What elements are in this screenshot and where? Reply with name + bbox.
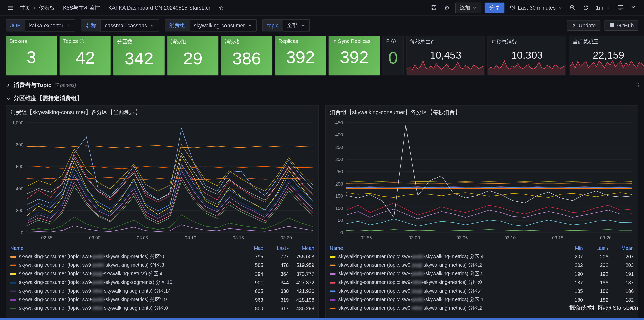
variable-value-dropdown[interactable]: 全部 bbox=[282, 19, 310, 32]
breadcrumb-separator: › bbox=[34, 5, 35, 11]
variable-chip-2: 名称cassmall-cassops bbox=[81, 19, 159, 32]
legend-row[interactable]: skywalking-consumer (topic: sw9-pxdci-sk… bbox=[10, 252, 314, 261]
breadcrumb: 首页 › 仪表板 › K8S与主机监控 › KAFKA Dashboard CN… bbox=[20, 3, 226, 13]
legend-row[interactable]: skywalking-consumer (topic: sw9-ixbsi-sk… bbox=[10, 304, 314, 312]
legend-column-last[interactable]: Last▾ bbox=[263, 245, 289, 251]
series-color-swatch bbox=[330, 282, 336, 283]
row-header-consumers-topic[interactable]: 消费者与Topic (7 panels) bbox=[0, 80, 644, 90]
legend-row[interactable]: skywalking-consumer (topic: sw9-jxygi-sk… bbox=[330, 287, 634, 295]
row-header-partition-dimension[interactable]: 分区维度【需指定消费组】 bbox=[0, 94, 644, 103]
legend-value: 186 bbox=[583, 288, 608, 294]
favorite-star-button[interactable]: ☆ bbox=[216, 3, 226, 13]
info-icon[interactable]: ⓘ bbox=[391, 39, 396, 44]
svg-text:03:20: 03:20 bbox=[281, 235, 292, 240]
legend-value: 805 bbox=[238, 288, 263, 294]
stat-value: 342 bbox=[114, 46, 164, 71]
legend-value: 188 bbox=[583, 280, 608, 285]
chevron-down-icon bbox=[150, 23, 154, 27]
svg-text:03:15: 03:15 bbox=[233, 235, 244, 240]
panel-title[interactable]: 消费组【skywalking-consumer】各分区【当前积压】 bbox=[6, 105, 318, 117]
legend-column-mean[interactable]: Mean bbox=[289, 245, 314, 251]
svg-text:02:55: 02:55 bbox=[41, 235, 52, 240]
legend-value: 373.777 bbox=[289, 271, 314, 277]
bottom-scroll-indicator[interactable] bbox=[0, 318, 644, 320]
timeseries-chart-backlog[interactable]: 02004006008001,00002:5503:0003:0503:1003… bbox=[8, 118, 317, 242]
breadcrumb-folder[interactable]: K8S与主机监控 bbox=[63, 4, 100, 11]
variable-value-dropdown[interactable]: kafka-exporter bbox=[25, 19, 75, 32]
variable-value-dropdown[interactable]: cassmall-cassops bbox=[100, 19, 159, 32]
variable-value-dropdown[interactable]: skywalking-consumer bbox=[189, 19, 257, 32]
stat-title: Pⓘ bbox=[383, 36, 403, 45]
refresh-interval-dropdown[interactable]: 1m bbox=[594, 2, 612, 13]
breadcrumb-dashboards[interactable]: 仪表板 bbox=[39, 4, 55, 11]
refresh-button[interactable] bbox=[581, 3, 591, 13]
stat-title: Topicsⓘ bbox=[60, 36, 110, 45]
stat-title: Replicas bbox=[275, 36, 326, 44]
legend-value: 207 bbox=[557, 254, 583, 259]
top-nav: 首页 › 仪表板 › K8S与主机监控 › KAFKA Dashboard CN… bbox=[0, 0, 644, 16]
panel-consume-rate-by-partition: 消费组【skywalking-consumer】各分区【每秒消费】 050100… bbox=[325, 105, 638, 320]
legend-row[interactable]: skywalking-consumer (topic: sw9-pxdci-sk… bbox=[10, 261, 314, 269]
stat-title: 每秒总消费 bbox=[488, 36, 566, 46]
add-button[interactable]: 添加 bbox=[455, 2, 481, 13]
legend-column-last[interactable]: Last▾ bbox=[583, 245, 608, 251]
legend-row[interactable]: skywalking-consumer (topic: sw9-pxdci-sk… bbox=[330, 269, 634, 278]
timeseries-chart-consume-rate[interactable]: 05010015020025030035040045002:5503:0003:… bbox=[327, 118, 636, 242]
legend-row[interactable]: skywalking-consumer (topic: sw9-pxdci-sk… bbox=[10, 278, 314, 287]
info-icon[interactable]: ⓘ bbox=[80, 39, 84, 44]
legend-row[interactable]: skywalking-consumer (topic: sw9-ixbsi-sk… bbox=[330, 278, 634, 287]
variable-current-value: cassmall-cassops bbox=[105, 22, 147, 28]
legend-row[interactable]: skywalking-consumer (topic: sw9-jxygi-sk… bbox=[330, 261, 634, 269]
breadcrumb-home[interactable]: 首页 bbox=[20, 4, 30, 11]
sparkline bbox=[570, 59, 644, 75]
legend-table: NameMaxLast▾Meanskywalking-consumer (top… bbox=[10, 244, 314, 313]
legend-row[interactable]: skywalking-consumer (topic: sw9-pxdci-sk… bbox=[330, 252, 634, 261]
variable-label: 消费组 bbox=[165, 19, 189, 32]
legend-column-mean[interactable]: Mean bbox=[608, 245, 634, 251]
legend-row[interactable]: skywalking-consumer (topic: sw9-pxdci-sk… bbox=[10, 295, 314, 304]
panel-title[interactable]: 消费组【skywalking-consumer】各分区【每秒消费】 bbox=[326, 105, 638, 117]
stat-title: 每秒总生产 bbox=[407, 36, 485, 46]
bolt-icon bbox=[571, 22, 576, 29]
legend-column-min[interactable]: Min bbox=[557, 245, 583, 251]
legend-column-name[interactable]: Name bbox=[10, 245, 238, 251]
variable-chip-4: topic全部 bbox=[262, 19, 310, 32]
legend-value: 317 bbox=[263, 305, 289, 311]
series-label: skywalking-consumer (topic: sw9-jxygi-sk… bbox=[338, 288, 482, 295]
variable-label: topic bbox=[262, 19, 282, 32]
legend-row[interactable]: skywalking-consumer (topic: sw9-pxdci-sk… bbox=[330, 295, 634, 304]
row-title: 消费者与Topic bbox=[14, 82, 52, 89]
share-button[interactable]: 分享 bbox=[485, 2, 504, 13]
series-label: skywalking-consumer (topic: sw9-ixbsi-sk… bbox=[19, 305, 168, 312]
chevron-down-icon bbox=[6, 96, 11, 101]
legend-value: 756.008 bbox=[289, 254, 314, 259]
drag-handle-icon[interactable] bbox=[636, 82, 640, 89]
zoom-out-button[interactable] bbox=[567, 3, 577, 13]
chevron-down-icon bbox=[248, 23, 252, 27]
svg-text:1,000: 1,000 bbox=[12, 120, 23, 125]
legend-column-max[interactable]: Max bbox=[238, 245, 263, 251]
time-range-picker[interactable]: Last 30 minutes bbox=[508, 2, 564, 13]
legend-row[interactable]: skywalking-consumer (topic: sw9-ixbsi-sk… bbox=[330, 304, 634, 312]
tv-mode-button[interactable] bbox=[615, 3, 625, 13]
menu-toggle-button[interactable] bbox=[6, 3, 16, 13]
series-name: skywalking-consumer (topic: sw9-jxygi-sk… bbox=[330, 262, 557, 269]
legend-column-name[interactable]: Name bbox=[330, 245, 557, 251]
dashboard-links: Update GitHub bbox=[567, 20, 638, 31]
legend-value: 344 bbox=[263, 280, 289, 285]
series-color-swatch bbox=[330, 299, 336, 301]
stat-value: 392 bbox=[329, 45, 380, 70]
github-icon bbox=[609, 22, 615, 29]
series-color-swatch bbox=[10, 290, 16, 292]
legend-value: 180 bbox=[557, 297, 583, 303]
save-dashboard-button[interactable] bbox=[429, 3, 439, 13]
series-label: skywalking-consumer (topic: sw9-pxdci-sk… bbox=[19, 279, 172, 286]
series-name: skywalking-consumer (topic: sw9-pxdci-sk… bbox=[10, 253, 238, 260]
github-button[interactable]: GitHub bbox=[604, 20, 638, 31]
stat-value: 0 bbox=[383, 45, 403, 70]
legend-row[interactable]: skywalking-consumer (topic: sw9-jxygi-sk… bbox=[10, 269, 314, 278]
update-button[interactable]: Update bbox=[567, 20, 600, 31]
collapse-topbar-button[interactable] bbox=[628, 3, 638, 13]
legend-row[interactable]: skywalking-consumer (topic: sw9-ixbsi-sk… bbox=[10, 287, 314, 295]
dashboard-settings-button[interactable]: ⚙ bbox=[442, 3, 452, 13]
